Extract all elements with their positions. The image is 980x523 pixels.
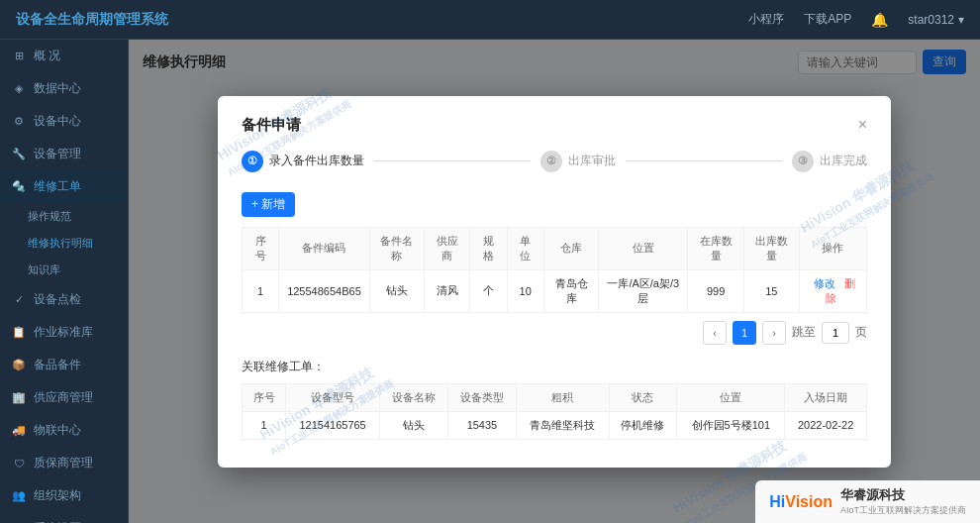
content-area: 维修执行明细 查询 HiVision 华睿源科技AIoT工业互联网解决方案提供商… <box>129 40 980 523</box>
workorder-table: 序号 设备型号 设备名称 设备类型 粗积 状态 位置 入场日期 1 <box>242 383 867 440</box>
cell2-location: 创作园5号楼101 <box>677 411 785 439</box>
col-location: 位置 <box>599 227 688 269</box>
col-name: 备件名称 <box>369 227 424 269</box>
miniapp-link[interactable]: 小程序 <box>748 11 784 28</box>
step-3-circle: ③ <box>792 151 814 172</box>
col-warehouse: 仓库 <box>543 227 598 269</box>
cell2-status: 停机维修 <box>609 411 677 439</box>
col-no: 序号 <box>243 227 279 269</box>
sidebar-label-equipmgr: 设备管理 <box>34 146 81 162</box>
sidebar-item-org[interactable]: 👥 组织架构 <box>0 479 128 512</box>
steps-container: ① 录入备件出库数量 ② 出库审批 ③ 出库完成 <box>242 151 867 172</box>
sidebar-item-logistics[interactable]: 🚚 物联中心 <box>0 414 128 447</box>
sidebar-label-maintenance: 维修工单 <box>34 178 81 195</box>
col2-name: 设备名称 <box>380 383 448 411</box>
modal-backdrop[interactable]: HiVision 华睿源科技AIoT工业互联网解决方案提供商 HiVision … <box>129 40 980 523</box>
org-icon: 👥 <box>12 489 26 502</box>
next-page-button[interactable]: › <box>762 321 786 345</box>
current-page-button[interactable]: 1 <box>733 321 756 345</box>
company-icon: 🏢 <box>12 391 26 404</box>
spare-parts-table: 序号 备件编码 备件名称 供应商 规格 单位 仓库 位置 在库数量 出库数量 操… <box>242 227 867 313</box>
step-1-label: 录入备件出库数量 <box>269 153 364 169</box>
cell-outqty: 15 <box>743 269 799 312</box>
col2-model: 设备型号 <box>286 383 380 411</box>
sidebar-sub-operation[interactable]: 操作规范 <box>0 203 128 230</box>
download-link[interactable]: 下载APP <box>804 11 851 28</box>
add-item-button[interactable]: + 新增 <box>242 192 295 217</box>
col-spec: 规格 <box>470 227 507 269</box>
modal-close-button[interactable]: × <box>858 117 867 133</box>
col2-no: 序号 <box>243 383 286 411</box>
col-action: 操作 <box>799 227 866 269</box>
step-3: ③ 出库完成 <box>792 151 867 172</box>
equipment-icon: ⚙ <box>12 115 26 128</box>
topbar-right: 小程序 下载APP 🔔 star0312 ▾ <box>748 11 964 28</box>
sidebar-sub-notice[interactable]: 知识库 <box>0 257 128 283</box>
sidebar-label-spare: 备品备件 <box>34 357 81 373</box>
sidebar-item-workorder[interactable]: 📋 作业标准库 <box>0 316 128 349</box>
col-supplier: 供应商 <box>425 227 470 269</box>
brand-info: 华睿源科技 AIoT工业互联网解决方案提供商 <box>840 486 966 517</box>
col2-status: 状态 <box>609 383 677 411</box>
truck-icon: 🚚 <box>12 424 26 437</box>
username: star0312 <box>908 13 954 27</box>
sidebar-label-supplier: 供应商管理 <box>34 389 93 406</box>
check-icon: ✓ <box>12 293 26 306</box>
sidebar-item-datacenter[interactable]: ◈ 数据中心 <box>0 72 128 105</box>
cell-stock: 999 <box>688 269 744 312</box>
sidebar: ⊞ 概 况 ◈ 数据中心 ⚙ 设备中心 🔧 设备管理 🔩 维修工单 操作规范 维… <box>0 40 129 523</box>
table-row: 1 12154165765 钻头 15435 青岛维坚科技 停机维修 创作园5号… <box>243 411 867 439</box>
sidebar-item-sysconfig[interactable]: ⚙ 系统设置 <box>0 512 128 523</box>
sidebar-item-equipment[interactable]: ⚙ 设备中心 <box>0 105 128 138</box>
jump-label: 跳至 <box>792 324 816 341</box>
cell2-model: 12154165765 <box>286 411 380 439</box>
shield-icon: 🛡 <box>12 458 26 470</box>
col-stock: 在库数量 <box>688 227 744 269</box>
cell-no: 1 <box>243 269 279 312</box>
pagination: ‹ 1 › 跳至 页 <box>242 321 867 345</box>
sidebar-item-overview[interactable]: ⊞ 概 况 <box>0 40 128 72</box>
sidebar-item-warranty[interactable]: 🛡 质保商管理 <box>0 447 128 479</box>
step-3-label: 出库完成 <box>820 153 867 169</box>
cell-spec: 个 <box>470 269 507 312</box>
wrench-icon: 🔧 <box>12 148 26 160</box>
sidebar-label-warranty: 质保商管理 <box>34 455 93 471</box>
sidebar-item-supplier[interactable]: 🏢 供应商管理 <box>0 381 128 414</box>
bell-icon[interactable]: 🔔 <box>871 12 888 28</box>
sidebar-item-maintenance[interactable]: 🔩 维修工单 <box>0 170 128 203</box>
cell-name: 钻头 <box>369 269 424 312</box>
step-2: ② 出库审批 <box>540 151 616 172</box>
cell-code: 125548654B65 <box>279 269 370 312</box>
col-code: 备件编码 <box>279 227 370 269</box>
cell2-size: 青岛维坚科技 <box>516 411 609 439</box>
cell-location: 一库/A区/a架/3层 <box>599 269 688 312</box>
brand-vision: Vision <box>785 493 833 510</box>
sidebar-sub-maint-items[interactable]: 维修执行明细 <box>0 230 128 257</box>
table-row: 1 125548654B65 钻头 清风 个 10 青岛仓库 一库/A区/a架/… <box>243 269 867 312</box>
col-unit: 单位 <box>507 227 543 269</box>
cell-warehouse: 青岛仓库 <box>543 269 598 312</box>
grid-icon: ⊞ <box>12 50 26 62</box>
page-jump-input[interactable] <box>822 322 849 344</box>
cell2-type: 15435 <box>448 411 517 439</box>
col2-size: 粗积 <box>516 383 609 411</box>
modal-header: 备件申请 × <box>242 116 867 135</box>
sidebar-item-spare[interactable]: 📦 备品备件 <box>0 349 128 381</box>
prev-page-button[interactable]: ‹ <box>703 321 727 345</box>
workorder-table-body: 1 12154165765 钻头 15435 青岛维坚科技 停机维修 创作园5号… <box>243 411 867 439</box>
col2-date: 入场日期 <box>785 383 867 411</box>
brand-logo: HiVision <box>769 493 833 511</box>
user-info: star0312 ▾ <box>908 13 964 27</box>
cell2-date: 2022-02-22 <box>785 411 867 439</box>
edit-button[interactable]: 修改 <box>814 277 835 289</box>
spare-parts-table-header: 序号 备件编码 备件名称 供应商 规格 单位 仓库 位置 在库数量 出库数量 操… <box>243 227 867 269</box>
brand-bar: HiVision 华睿源科技 AIoT工业互联网解决方案提供商 <box>755 480 980 523</box>
sidebar-item-equipmgr[interactable]: 🔧 设备管理 <box>0 138 128 170</box>
col2-type: 设备类型 <box>448 383 517 411</box>
brand-company: 华睿源科技 <box>840 486 966 504</box>
step-1-circle: ① <box>242 151 263 172</box>
step-line-2 <box>626 160 782 161</box>
sidebar-item-check[interactable]: ✓ 设备点检 <box>0 283 128 316</box>
sidebar-label-overview: 概 况 <box>34 48 60 64</box>
step-1: ① 录入备件出库数量 <box>242 151 364 172</box>
